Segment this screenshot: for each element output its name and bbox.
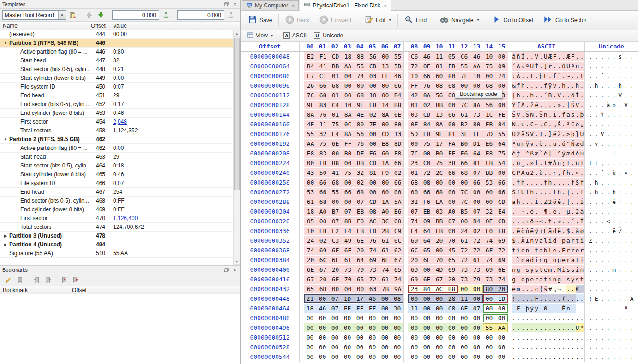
hex-byte[interactable]: 00 (379, 295, 391, 302)
hex-byte[interactable]: BB (483, 169, 495, 176)
hex-unicode[interactable]: .h..h|.. (584, 187, 638, 197)
hex-byte[interactable]: 6E (354, 237, 367, 244)
hex-byte[interactable]: B4 (470, 218, 483, 225)
remove-all-bookmarks-button[interactable] (71, 275, 81, 285)
hex-byte[interactable]: 5D (408, 131, 421, 137)
hex-byte[interactable]: 07 (445, 218, 458, 225)
template-row[interactable]: ▼Partition 2 (NTFS, 59.5 GB)462 (0, 135, 233, 144)
hex-byte[interactable]: 66 (317, 189, 329, 196)
hex-byte[interactable]: 20 (329, 266, 342, 273)
hex-byte[interactable]: 61 (342, 257, 354, 263)
hex-ascii[interactable]: g operating syst (508, 274, 584, 284)
hex-byte[interactable]: 75 (433, 160, 445, 167)
hex-byte[interactable]: 00 (421, 353, 433, 360)
template-row[interactable]: File system ID4660:07 (0, 179, 233, 188)
hex-byte[interactable]: 13 (379, 63, 391, 70)
hex-byte[interactable]: 50 (317, 169, 329, 176)
hex-ascii[interactable]: !....F.....(.... (508, 294, 584, 304)
hex-byte[interactable]: 00 (367, 189, 379, 196)
hex-byte[interactable]: FF (342, 140, 354, 147)
hex-byte[interactable]: 00 (495, 53, 508, 60)
hex-unicode[interactable]: ........ (584, 207, 638, 216)
hex-byte[interactable]: 8A (470, 101, 483, 108)
hex-byte[interactable]: 00 (316, 324, 329, 331)
hex-unicode[interactable]: ........ (584, 245, 638, 255)
hex-byte[interactable]: 00 (458, 334, 470, 341)
hex-byte[interactable]: 6E (342, 247, 354, 254)
hex-byte[interactable]: B8 (391, 101, 404, 108)
template-row[interactable]: End head467254 (0, 188, 233, 197)
hex-byte[interactable]: 07 (329, 218, 342, 225)
template-row[interactable]: First sector4701,126,400 (0, 214, 233, 223)
move-down-icon[interactable] (96, 10, 106, 20)
hex-byte[interactable]: 00 (421, 295, 433, 302)
hex-byte[interactable]: 74 (391, 276, 404, 283)
hex-byte[interactable]: 66 (421, 72, 433, 79)
template-row[interactable]: End sector (bits 0-5), cylin...4520:17 (0, 100, 233, 109)
template-row[interactable]: Active partition flag (80 = ...4460:80 (0, 48, 233, 56)
hex-byte[interactable]: 01 (329, 111, 342, 118)
hex-byte[interactable]: 13 (391, 131, 404, 137)
hex-byte[interactable]: 6C (408, 247, 421, 254)
hex-byte[interactable]: 00 (366, 324, 379, 331)
hex-byte[interactable]: 64 (421, 227, 433, 234)
chevron-down-icon[interactable]: ▾ (389, 18, 391, 22)
hex-byte[interactable]: 20 (445, 276, 458, 283)
edit-button[interactable]: Edit ▾ (360, 13, 396, 28)
hex-byte[interactable]: 00 (316, 295, 329, 302)
hex-byte[interactable]: 00 (329, 324, 341, 331)
hex-byte[interactable]: 76 (367, 237, 379, 244)
hex-byte[interactable]: 00 (391, 344, 403, 351)
hex-byte[interactable]: 55 (304, 131, 317, 137)
hex-byte[interactable]: 00 (421, 305, 433, 312)
hex-byte[interactable]: A0 (445, 208, 458, 215)
hex-byte[interactable]: 00 (421, 334, 433, 341)
hex-byte[interactable]: 60 (433, 72, 445, 79)
hex-byte[interactable]: 02 (317, 237, 329, 244)
hex-byte[interactable]: 00 (379, 189, 391, 196)
hex-byte[interactable]: E4 (329, 131, 342, 137)
save-button[interactable]: Save (243, 13, 277, 28)
hex-byte[interactable]: E8 (304, 150, 317, 157)
hex-byte[interactable]: 00 (470, 295, 483, 302)
hex-byte[interactable]: 00 (433, 247, 445, 254)
hex-byte[interactable]: 42 (408, 92, 421, 99)
hex-byte[interactable]: 00 (470, 344, 483, 351)
template-row[interactable]: Active partition flag (80 = ...4620:00 (0, 144, 233, 153)
hex-byte[interactable]: E6 (367, 150, 379, 157)
hex-byte[interactable]: EB (354, 227, 367, 234)
hex-ascii[interactable]: $.ÃInvalid parti (508, 236, 584, 245)
hex-byte[interactable]: 46 (470, 53, 483, 60)
hex-byte[interactable]: 3B (445, 160, 458, 167)
hex-byte[interactable]: B5 (458, 208, 470, 215)
hex-byte[interactable]: CD (421, 111, 433, 118)
hex-byte[interactable]: 66 (458, 160, 470, 167)
hex-byte[interactable]: FF (366, 305, 379, 312)
hex-byte[interactable]: 55 (329, 189, 342, 196)
hex-byte[interactable]: 18 (304, 208, 317, 215)
hex-byte[interactable]: 00 (421, 266, 433, 273)
hex-ascii[interactable]: ..............Uª (508, 323, 584, 333)
hex-byte[interactable]: 55 (354, 63, 367, 70)
hex-byte[interactable]: 74 (354, 72, 367, 79)
hex-byte[interactable]: 66 (445, 169, 458, 176)
hex-byte[interactable]: 68 (445, 82, 458, 89)
hex-byte[interactable]: 00 (458, 179, 470, 186)
hex-byte[interactable]: 0C (342, 121, 354, 128)
hex-unicode[interactable]: ........ (584, 313, 638, 323)
hex-byte[interactable]: 00 (354, 82, 367, 89)
value-link[interactable]: 1,126,400 (113, 215, 138, 221)
hex-byte[interactable]: 66 (391, 160, 404, 167)
hex-unicode[interactable]: .h...... (584, 178, 638, 187)
hex-byte[interactable]: 00 (304, 324, 316, 331)
hex-byte[interactable]: 76 (354, 140, 367, 147)
hex-ascii[interactable]: ÷Á..t.þF.f`.~..t (508, 71, 584, 81)
hex-byte[interactable]: 14 (379, 101, 391, 108)
previous-bookmark-button[interactable] (31, 275, 41, 285)
hex-byte[interactable]: 00 (483, 189, 495, 196)
hex-byte[interactable]: 00 (483, 198, 495, 205)
hex-byte[interactable]: 75 (483, 63, 495, 70)
hex-byte[interactable]: B4 (304, 63, 317, 70)
hex-byte[interactable]: 00 (354, 324, 366, 331)
hex-byte[interactable]: 00 (341, 324, 354, 331)
